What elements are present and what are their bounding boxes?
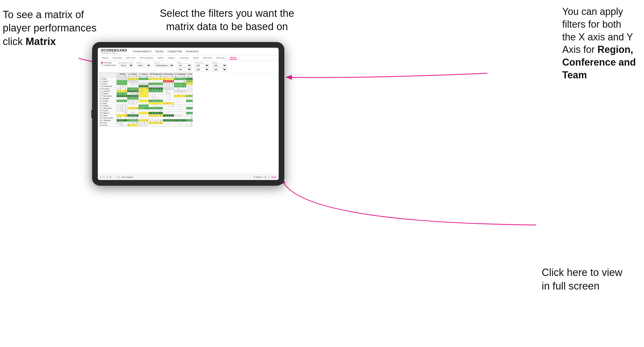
filters-bar: Full View Compact View Max players in vi… [98,61,279,73]
conference-select[interactable]: (All) [194,64,209,67]
gender-select[interactable]: Men's [136,64,151,67]
compact-view-radio[interactable] [101,64,103,66]
nav-tournaments[interactable]: TOURNAMENTS [133,50,151,53]
table-row: 12. M Riedel 1106 1101 101 -6 [99,105,193,107]
app-toolbar: ↺ ↻ ⟳ ⊞ - + ⚙ View: Original 👁 Watch ▾ ⊞… [98,174,279,180]
table-row: 8. P Summerhays 52148 220-16 10 10-11 12 [99,95,193,97]
toolbar-print[interactable]: ⊞ [110,176,111,178]
app-logo: SCOREBOARD [101,49,127,52]
table-row: 7. G Sargent 2016 20-15 03 [99,92,193,95]
filter-gender: Gender Men's [136,62,151,67]
app-header: SCOREBOARD Powered by clippd TOURNAMENTS… [98,48,279,55]
table-row: 14. J Lundin 11010 -7 [99,110,193,112]
compact-view-option[interactable]: Compact View [101,64,116,66]
full-view-radio[interactable] [101,62,103,64]
nav-rankings[interactable]: RANKINGS [186,50,199,53]
table-row: 1. W Ding 12011 1100 -2120 17 01013 602 [99,78,193,80]
annotation-bottom-right: Click here to view in full screen [542,266,622,293]
max-players-select[interactable]: Top 25 [119,64,134,67]
annotation-top-center: Select the filters you want the matrix d… [160,7,294,34]
filter-max-players: Max players in view Top 25 [119,62,134,67]
matrix-table: 1. W Ding 2. L Clanton 3. J Koivun 4. M … [99,73,193,127]
logo-area: SCOREBOARD Powered by clippd [101,49,127,54]
subnav-h2h-grid[interactable]: H2H Grid [125,56,136,59]
tablet-screen: SCOREBOARD Powered by clippd TOURNAMENTS… [98,48,279,180]
table-row: 2. L Clanton 21016 -11-6 -24 22 [99,80,193,83]
main-nav: TOURNAMENTS TEAMS COMMITTEE RANKINGS [133,50,199,53]
col-ding: 1. W Ding [117,73,127,75]
table-row: 4. M Thorbjornsen 101 1002 0101 110-6 01 [99,85,193,88]
app-logo-sub: Powered by clippd [101,52,127,54]
full-view-option[interactable]: Full View [101,62,116,64]
conference-select2[interactable]: (All) [194,68,209,71]
toolbar-refresh[interactable]: ⟳ [106,176,108,178]
subnav-matrix-active[interactable]: Matrix [229,56,237,60]
col-thor: 4. M Thorbjornsen [149,73,163,75]
player-col-header [99,73,117,78]
view-options: Full View Compact View [101,62,116,66]
subnav-h2h-heatmap[interactable]: H2H Heatmap [139,56,154,59]
toolbar-redo[interactable]: ↻ [103,176,105,178]
subnav-detail[interactable]: Detail [192,56,199,59]
tablet-device: SCOREBOARD Powered by clippd TOURNAMENTS… [92,42,284,186]
table-row: 11. M Ege 0101 104 [99,102,193,105]
col-sasso: 5. M La Sasso [163,73,174,75]
filter-division: Division NCAA Division I [154,62,174,67]
table-row: 16. K Vilips 21-25 2204 3308 050 01 [99,114,193,117]
col-koivun: 3. J Koivun [138,73,149,75]
toolbar-view[interactable]: View: Original [121,176,133,178]
filter-conference: Conference (All) (All) [194,62,209,71]
table-row: 5. M La Sasso 106 1101 4014 1014 3 01 [99,88,193,90]
table-row: 18. C Sherwood 201 1300 12115 01013 220-… [99,119,193,122]
table-row: 17. S De La Fuente 200 110-8 2 [99,117,193,119]
toolbar-watch[interactable]: 👁 Watch ▾ [253,176,263,178]
table-row: 20. M Ford 331 -11 0107 11 [99,124,193,127]
col-lamp: 6. C Lamprecht [174,73,186,75]
table-row: 9. N Gabrelcik 0109 11 [99,97,193,100]
table-row: 13. J Skov Olesen 110-3 12119 10 220-1 1… [99,107,193,110]
subnav-teams[interactable]: Teams [101,56,109,59]
annotation-top-left: To see a matrix of player performances c… [3,8,96,48]
toolbar-zoom-minus[interactable]: - [113,176,113,178]
subnav-matrix[interactable]: Matrix [157,56,164,59]
toolbar-share[interactable]: Share [271,176,277,178]
sub-nav: Teams Summary H2H Grid H2H Heatmap Matri… [98,55,279,61]
region-select[interactable]: N/A [177,64,192,67]
toolbar-settings[interactable]: ⚙ [118,176,119,178]
subnav-summary[interactable]: Summary [112,56,123,59]
nav-teams[interactable]: TEAMS [155,50,164,53]
nav-committee[interactable]: COMMITTEE [167,50,182,53]
table-row: 15. P Maichon -19 11 410-7 22 [99,112,193,114]
table-row: 3. J Koivun 1102 102 01013 04011 0103 12 [99,83,193,85]
toolbar-undo[interactable]: ↺ [100,176,102,178]
subnav-summary2[interactable]: Summary [178,56,189,59]
col-ga: 7. G Sa [186,73,193,75]
table-row: 19. D Ford 201 240-20 010-1 01013 1 [99,122,193,124]
subnav-h2h-he[interactable]: H2H He... [215,56,226,59]
filter-players: Players (All) (All) [212,62,227,71]
players-select2[interactable]: (All) [212,68,227,71]
annotation-top-right: You can apply filters for both the X axi… [562,5,636,82]
toolbar-fullscreen[interactable]: ⛶ [268,176,270,178]
tablet-side-button[interactable] [91,110,92,118]
division-select[interactable]: NCAA Division I [154,64,174,67]
col-clanton: 2. L Clanton [127,73,138,75]
toolbar-expand[interactable]: ⊞ [265,176,266,178]
table-row: 6. C Lamprecht 1016 24124 30 1106 3 01 [99,90,193,92]
toolbar-zoom-plus[interactable]: + [115,176,116,178]
table-row: 10. B Valdes 1101 0101 10011 11 [99,100,193,102]
subnav-h2h-grid2[interactable]: H2H Grid [202,56,213,59]
matrix-container[interactable]: 1. W Ding 2. L Clanton 3. J Koivun 4. M … [98,73,279,180]
filter-region: Region N/A N/A [177,62,192,71]
region-select2[interactable]: N/A [177,68,192,71]
subnav-players[interactable]: Players [167,56,176,59]
players-select[interactable]: (All) [212,64,227,67]
